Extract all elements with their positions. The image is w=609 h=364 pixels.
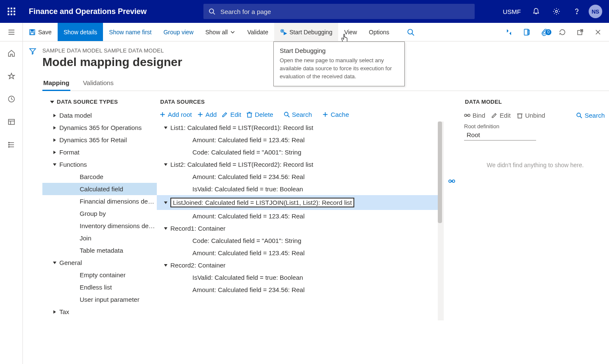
start-debugging-button[interactable]: Start Debugging (274, 23, 338, 41)
twisty-icon[interactable] (163, 125, 169, 131)
types-row[interactable]: Join (42, 232, 157, 244)
command-search-icon[interactable] (403, 23, 418, 41)
twisty-icon[interactable] (52, 125, 58, 131)
save-button[interactable]: Save (23, 23, 58, 41)
types-row[interactable]: Endless list (42, 281, 157, 293)
types-row[interactable]: Barcode (42, 171, 157, 183)
bind-button[interactable]: Bind (464, 112, 485, 119)
root-definition-value[interactable]: Root (464, 130, 536, 141)
close-icon[interactable] (590, 28, 606, 36)
help-icon[interactable] (568, 0, 585, 23)
sources-row[interactable]: IsValid: Calculated field = true: Boolea… (157, 271, 442, 284)
types-row[interactable]: Format (42, 146, 157, 158)
add-root-button[interactable]: Add root (159, 111, 192, 118)
unbind-button[interactable]: Unbind (517, 112, 545, 119)
types-row[interactable]: Dynamics 365 for Retail (42, 134, 157, 146)
twisty-icon[interactable] (185, 186, 191, 192)
sources-row[interactable]: Record2: Container (157, 259, 442, 271)
twisty-icon[interactable] (163, 226, 169, 232)
modules-icon[interactable] (4, 137, 19, 152)
twisty-icon[interactable] (72, 211, 78, 217)
recent-icon[interactable] (4, 91, 19, 107)
delete-button[interactable]: Delete (246, 111, 273, 118)
twisty-icon[interactable] (52, 260, 58, 266)
twisty-icon[interactable] (185, 213, 191, 219)
types-row[interactable]: Empty container (42, 269, 157, 281)
global-search[interactable] (203, 4, 475, 19)
twisty-icon[interactable] (163, 262, 169, 268)
sources-row[interactable]: Record1: Container (157, 222, 442, 234)
twisty-icon[interactable] (52, 309, 58, 315)
user-avatar[interactable]: NS (589, 5, 602, 18)
sources-row[interactable]: Code: Calculated field = "A001": String (157, 146, 442, 158)
types-row[interactable]: Group by (42, 207, 157, 220)
sources-row[interactable]: IsValid: Calculated field = true: Boolea… (157, 183, 442, 195)
twisty-icon[interactable] (185, 137, 191, 143)
edit-button[interactable]: Edit (222, 111, 241, 118)
twisty-icon[interactable] (72, 297, 78, 303)
home-icon[interactable] (4, 46, 19, 61)
types-row[interactable]: Inventory dimensions details (42, 220, 157, 232)
refresh-icon[interactable] (555, 28, 570, 36)
sources-row[interactable]: List1: Calculated field = LIST(Record1):… (157, 121, 442, 134)
sources-row[interactable]: List2: Calculated field = LIST(Record2):… (157, 158, 442, 171)
twisty-icon[interactable] (185, 238, 191, 244)
attachments-icon[interactable]: 0 (537, 28, 552, 36)
twisty-icon[interactable] (52, 137, 58, 143)
connect-icon[interactable] (501, 28, 517, 36)
show-name-first-button[interactable]: Show name first (103, 23, 157, 41)
types-row[interactable]: Data model (42, 109, 157, 121)
types-row[interactable]: Table metadata (42, 244, 157, 256)
types-row[interactable]: Calculated field (42, 183, 157, 195)
twisty-icon[interactable] (163, 162, 169, 168)
twisty-icon[interactable] (185, 250, 191, 256)
chevron-down-icon[interactable] (50, 100, 54, 104)
sources-row[interactable]: Amount: Calculated field = 123.45: Real (157, 247, 442, 259)
twisty-icon[interactable] (185, 287, 191, 293)
model-search-button[interactable]: Search (576, 112, 605, 119)
twisty-icon[interactable] (72, 248, 78, 254)
twisty-icon[interactable] (72, 272, 78, 278)
notifications-icon[interactable] (528, 0, 545, 23)
model-edit-button[interactable]: Edit (491, 112, 511, 119)
show-all-button[interactable]: Show all (200, 23, 242, 41)
global-search-input[interactable] (220, 8, 475, 15)
twisty-icon[interactable] (185, 149, 191, 155)
popout-icon[interactable] (573, 28, 588, 36)
show-details-button[interactable]: Show details (58, 23, 103, 41)
settings-icon[interactable] (548, 0, 565, 23)
sources-row[interactable]: Amount: Calculated field = 234.56: Real (157, 171, 442, 183)
sources-row[interactable]: Amount: Calculated field = 123.45: Real (157, 210, 442, 222)
waffle-icon[interactable] (0, 0, 23, 23)
sources-row[interactable]: Code: Calculated field = "A001": String (157, 234, 442, 247)
tab-validations[interactable]: Validations (82, 77, 114, 91)
sources-row[interactable]: Amount: Calculated field = 123.45: Real (157, 134, 442, 146)
favorites-icon[interactable] (4, 69, 19, 84)
types-row[interactable]: Functions (42, 158, 157, 171)
sources-row[interactable]: ListJoined: Calculated field = LISTJOIN(… (157, 195, 442, 210)
tab-mapping[interactable]: Mapping (42, 77, 70, 91)
company-code[interactable]: USMF (500, 8, 525, 15)
twisty-icon[interactable] (72, 235, 78, 241)
validate-button[interactable]: Validate (241, 23, 274, 41)
sources-row[interactable]: Amount: Calculated field = 234.56: Real (157, 284, 442, 296)
twisty-icon[interactable] (72, 223, 78, 229)
office-icon[interactable] (519, 28, 534, 36)
types-row[interactable]: General (42, 256, 157, 269)
types-row[interactable]: Dynamics 365 for Operations (42, 121, 157, 134)
add-button[interactable]: Add (197, 111, 217, 118)
twisty-icon[interactable] (52, 149, 58, 155)
twisty-icon[interactable] (72, 174, 78, 180)
options-button[interactable]: Options (363, 23, 395, 41)
filter-icon[interactable] (29, 47, 36, 364)
cache-button[interactable]: Cache (322, 111, 349, 118)
link-icon[interactable] (448, 178, 455, 364)
twisty-icon[interactable] (72, 199, 78, 204)
twisty-icon[interactable] (185, 275, 191, 281)
twisty-icon[interactable] (52, 162, 58, 168)
workspaces-icon[interactable] (4, 114, 19, 130)
view-button[interactable]: View (338, 23, 363, 41)
twisty-icon[interactable] (185, 174, 191, 180)
types-row[interactable]: Tax (42, 306, 157, 318)
group-view-button[interactable]: Group view (158, 23, 200, 41)
